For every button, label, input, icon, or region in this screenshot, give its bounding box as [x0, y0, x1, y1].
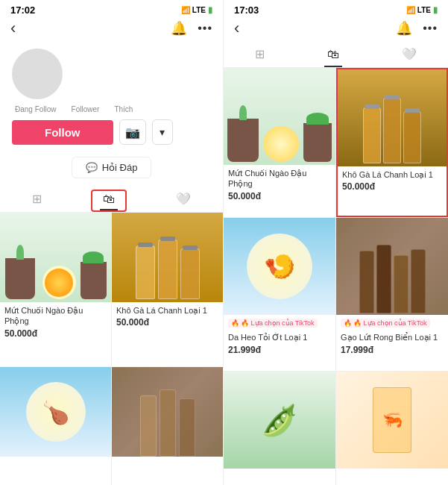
left-profile-area: Đang Follow Follower Thích Follow 📷 ▾ — [0, 41, 223, 157]
right-tab-likes[interactable]: 🤍 — [387, 44, 432, 67]
left-bell-icon[interactable]: 🔔 — [171, 20, 187, 37]
right-product-5[interactable]: 🫛 — [224, 372, 335, 485]
stat-following-label: Đang Follow — [15, 105, 57, 113]
left-product-3[interactable]: 🍗 — [0, 367, 111, 485]
right-heart-icon: 🤍 — [402, 47, 417, 61]
dropdown-btn[interactable]: ▾ — [152, 119, 173, 145]
fire-icon-3: 🔥 — [231, 319, 239, 327]
right-product-4-name: Gạo Lứt Rong Biển Loại 1 — [336, 329, 448, 344]
right-product-3[interactable]: 🍤 🔥 🔥 Lựa chọn của TikTok Da Heo Tỏi Ớt … — [224, 218, 335, 371]
right-product-1-name: Mứt Chuối Ngào Đậu Phộng — [224, 165, 335, 191]
right-product-3-name: Da Heo Tỏi Ớt Loại 1 — [224, 329, 335, 344]
follow-row: Follow 📷 ▾ — [12, 119, 211, 145]
right-lte: LTE — [417, 6, 431, 14]
right-grid-icon: ⊞ — [255, 47, 265, 61]
right-tabs: ⊞ 🛍 🤍 — [224, 41, 448, 68]
qa-icon: 💬 — [86, 162, 98, 173]
right-product-1-price: 50.000đ — [224, 191, 335, 201]
fire-icon-4: 🔥 — [344, 319, 352, 327]
left-status-bar: 17:02 📶 LTE ▮ — [0, 0, 223, 19]
right-product-grid: Mứt Chuối Ngào Đậu Phộng 50.000đ Khô Gà … — [224, 68, 448, 485]
left-lte: LTE — [192, 6, 206, 14]
left-product-1-price: 50.000đ — [0, 328, 111, 339]
stat-follower: Follower — [72, 105, 100, 113]
left-more-icon[interactable]: ••• — [198, 22, 212, 35]
qa-label: Hỏi Đáp — [102, 162, 138, 173]
stat-following: Đang Follow — [15, 105, 57, 113]
right-tab-shop[interactable]: 🛍 — [312, 45, 354, 67]
right-product-3-badge-text: 🔥 Lựa chọn của TikTok — [241, 319, 315, 327]
right-bell-icon[interactable]: 🔔 — [396, 20, 412, 37]
left-tab-shop[interactable]: 🛍 — [91, 190, 127, 212]
stat-likes: Thích — [114, 105, 133, 113]
right-product-4-badge-text: 🔥 Lựa chọn của TikTok — [353, 319, 427, 327]
right-tab-grid[interactable]: ⊞ — [240, 44, 280, 67]
right-panel: 17:03 📶 LTE ▮ ‹ 🔔 ••• ⊞ 🛍 🤍 — [224, 0, 448, 485]
right-product-3-price: 21.999đ — [224, 345, 335, 355]
stat-likes-label: Thích — [114, 105, 133, 113]
left-panel: 17:02 📶 LTE ▮ ‹ 🔔 ••• Đang Follow Follow… — [0, 0, 224, 485]
right-more-icon[interactable]: ••• — [423, 22, 438, 35]
right-time: 17:03 — [234, 4, 259, 16]
left-product-2-price: 50.000đ — [112, 317, 223, 328]
left-product-4[interactable] — [112, 367, 223, 485]
right-product-4-price: 17.999đ — [336, 345, 448, 355]
stats-row: Đang Follow Follower Thích — [12, 105, 211, 113]
left-status-icons: 📶 LTE ▮ — [181, 5, 212, 15]
left-product-2-name: Khô Gà Lá Chanh Loại 1 — [112, 302, 223, 317]
shop-icon: 🛍 — [103, 193, 115, 206]
right-product-6[interactable]: 🦐 — [336, 372, 448, 485]
right-signal: 📶 — [406, 6, 415, 14]
right-status-icons: 📶 LTE ▮ — [406, 5, 438, 15]
right-product-2[interactable]: Khô Gà Lá Chanh Loại 1 50.000đ — [336, 68, 448, 217]
right-product-4-badge: 🔥 🔥 Lựa chọn của TikTok — [341, 319, 430, 328]
right-product-2-name: Khô Gà Lá Chanh Loại 1 — [338, 166, 447, 181]
left-time: 17:02 — [10, 4, 35, 16]
right-back-btn[interactable]: ‹ — [234, 19, 239, 38]
heart-icon: 🤍 — [176, 192, 191, 206]
avatar — [12, 48, 63, 99]
left-tab-grid[interactable]: ⊞ — [17, 189, 57, 212]
left-tabs: ⊞ 🛍 🤍 — [0, 184, 223, 213]
right-product-1[interactable]: Mứt Chuối Ngào Đậu Phộng 50.000đ — [224, 68, 335, 217]
left-back-btn[interactable]: ‹ — [10, 19, 16, 38]
left-signal: 📶 — [181, 6, 190, 14]
stat-follower-label: Follower — [72, 105, 100, 113]
left-product-1[interactable]: Mứt Chuối Ngào Đậu Phộng 50.000đ — [0, 213, 111, 366]
grid-icon: ⊞ — [32, 192, 42, 206]
left-battery: ▮ — [208, 5, 212, 15]
qa-banner[interactable]: 💬 Hỏi Đáp — [72, 157, 152, 178]
right-shop-icon: 🛍 — [327, 48, 339, 61]
right-battery: ▮ — [433, 5, 438, 15]
left-product-2[interactable]: Khô Gà Lá Chanh Loại 1 50.000đ — [112, 213, 223, 366]
right-product-2-price: 50.000đ — [338, 181, 447, 192]
left-product-grid: Mứt Chuối Ngào Đậu Phộng 50.000đ Kh — [0, 213, 223, 485]
right-product-3-badge: 🔥 🔥 Lựa chọn của TikTok — [228, 319, 318, 328]
left-tab-likes[interactable]: 🤍 — [161, 189, 206, 212]
follow-button[interactable]: Follow — [12, 120, 113, 145]
instagram-btn[interactable]: 📷 — [119, 119, 146, 145]
right-product-4[interactable]: 🔥 🔥 Lựa chọn của TikTok Gạo Lứt Rong Biể… — [336, 218, 448, 371]
left-product-1-name: Mứt Chuối Ngào Đậu Phộng — [0, 302, 111, 328]
